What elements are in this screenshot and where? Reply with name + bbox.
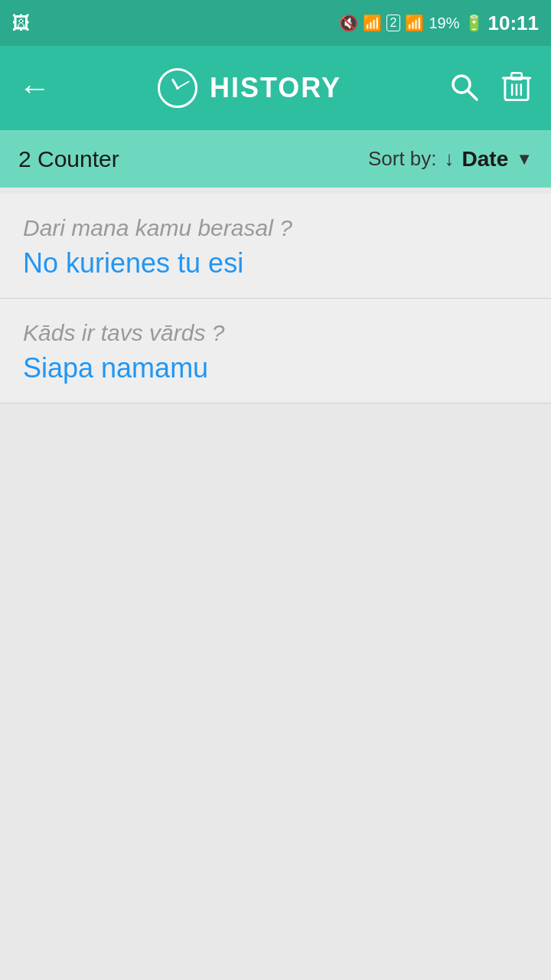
battery-text: 19%: [429, 15, 459, 32]
item-answer: Siapa namamu: [23, 352, 528, 384]
history-item[interactable]: Kāds ir tavs vārds ? Siapa namamu: [0, 299, 551, 403]
wifi-icon: 📶: [363, 14, 382, 32]
clock-icon: [158, 68, 197, 108]
sort-arrow-icon: ↓: [445, 147, 455, 171]
search-button[interactable]: [448, 71, 479, 105]
page-title: HISTORY: [210, 72, 341, 104]
sort-area[interactable]: Sort by: ↓ Date ▼: [368, 147, 533, 172]
status-time: 10:11: [488, 11, 540, 35]
back-button[interactable]: ←: [18, 72, 51, 104]
image-icon: 🖼: [12, 12, 31, 34]
item-question: Dari mana kamu berasal ?: [23, 215, 528, 241]
svg-rect-4: [511, 73, 521, 79]
clock-center-dot: [176, 87, 179, 90]
app-bar-actions: [448, 70, 533, 106]
delete-button[interactable]: [500, 70, 533, 106]
sort-dropdown-icon[interactable]: ▼: [516, 149, 533, 169]
sort-value: Date: [462, 147, 509, 172]
item-question: Kāds ir tavs vārds ?: [23, 320, 528, 346]
app-bar: ← HISTORY: [0, 46, 551, 130]
counter-label: 2 Counter: [18, 146, 119, 172]
filter-bar: 2 Counter Sort by: ↓ Date ▼: [0, 130, 551, 188]
sim2-icon: 2: [386, 15, 401, 31]
status-bar: 🖼 🔇 📶 2 📶 19% 🔋 10:11: [0, 0, 551, 46]
bluetooth-mute-icon: 🔇: [339, 14, 358, 32]
history-item[interactable]: Dari mana kamu berasal ? No kurienes tu …: [0, 194, 551, 299]
svg-line-1: [468, 90, 477, 100]
sort-by-label: Sort by:: [368, 147, 437, 171]
signal-icon: 📶: [405, 14, 424, 32]
item-answer: No kurienes tu esi: [23, 247, 528, 279]
app-bar-title-area: HISTORY: [66, 68, 433, 108]
content-area: Dari mana kamu berasal ? No kurienes tu …: [0, 194, 551, 403]
battery-icon: 🔋: [465, 14, 484, 32]
status-bar-right: 🔇 📶 2 📶 19% 🔋 10:11: [339, 11, 539, 35]
status-bar-left: 🖼: [12, 12, 31, 34]
